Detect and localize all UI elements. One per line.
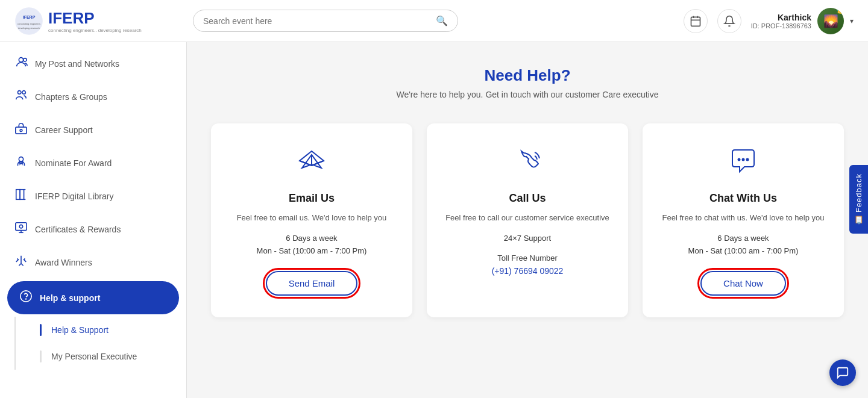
chat-card-icon <box>728 145 759 182</box>
feedback-label: Feedback <box>854 173 863 212</box>
logo-sub: connecting engineers.. developing resear… <box>48 28 142 33</box>
sidebar-item-label-library: IFERP Digital Library <box>35 191 113 201</box>
call-card-phone: (+91) 76694 09022 <box>492 266 564 276</box>
logo-area: IFERP connecting engineers developing re… <box>14 7 183 36</box>
main-content: Need Help? We're here to help you. Get i… <box>187 42 868 398</box>
svg-rect-12 <box>16 127 27 134</box>
chevron-down-icon[interactable]: ▾ <box>850 17 854 25</box>
sidebar-item-label-my-post: My Post and Networks <box>35 59 119 69</box>
chat-card-meta1: 6 Days a week <box>717 234 769 243</box>
sidebar-item-label-help-support: Help & support <box>40 293 100 303</box>
sidebar-item-library[interactable]: IFERP Digital Library <box>0 179 186 213</box>
svg-point-14 <box>19 157 23 161</box>
svg-point-8 <box>19 58 23 62</box>
sidebar-sub-label-exec: My Personal Executive <box>51 352 137 361</box>
chat-card: Chat With Us Feel free to chat with us. … <box>643 123 844 317</box>
svg-point-21 <box>20 291 31 302</box>
nominate-icon <box>14 155 28 171</box>
certificates-icon <box>14 221 28 237</box>
crown-icon: 👑 <box>836 8 844 14</box>
svg-point-27 <box>738 158 741 161</box>
my-post-icon <box>14 55 28 72</box>
chat-card-meta2: Mon - Sat (10:00 am - 7:00 Pm) <box>688 246 799 255</box>
library-icon <box>14 188 28 204</box>
email-card-title: Email Us <box>289 192 335 205</box>
search-input[interactable] <box>203 16 436 26</box>
help-support-icon <box>19 290 33 306</box>
sidebar-item-label-career: Career Support <box>35 125 93 135</box>
svg-point-0 <box>16 8 42 34</box>
svg-point-29 <box>746 158 749 161</box>
sub-bar-indicator <box>40 324 42 336</box>
svg-text:connecting engineers: connecting engineers <box>17 22 40 25</box>
sidebar-item-certificates[interactable]: Certificates & Rewards <box>0 213 186 246</box>
sidebar-item-chapters[interactable]: Chapters & Groups <box>0 80 186 113</box>
feedback-tab[interactable]: 📋 Feedback <box>849 164 868 233</box>
svg-point-28 <box>742 158 745 161</box>
header-icons: Karthick ID: PROF-13896763 🌄 👑 ▾ <box>684 8 854 34</box>
email-card-meta1: 6 Days a week <box>286 234 337 243</box>
email-card: Email Us Feel free to email us. We'd lov… <box>211 123 412 317</box>
email-card-meta2: Mon - Sat (10:00 am - 7:00 Pm) <box>257 246 367 255</box>
layout: My Post and Networks Chapters & Groups C… <box>0 42 868 398</box>
svg-point-10 <box>18 91 22 95</box>
logo-icon: IFERP connecting engineers developing re… <box>14 7 43 36</box>
svg-point-22 <box>26 299 27 299</box>
chapters-icon <box>14 89 28 105</box>
sidebar-item-career[interactable]: Career Support <box>0 113 186 146</box>
sidebar-item-my-post[interactable]: My Post and Networks <box>0 47 186 80</box>
svg-point-9 <box>24 58 27 62</box>
svg-text:developing research: developing research <box>18 26 40 30</box>
cards-row: Email Us Feel free to email us. We'd lov… <box>211 123 844 317</box>
page-title: Need Help? <box>211 66 844 85</box>
user-id: ID: PROF-13896763 <box>751 22 811 30</box>
sidebar-item-award-winners[interactable]: Award Winners <box>0 246 186 279</box>
user-info[interactable]: Karthick ID: PROF-13896763 🌄 👑 ▾ <box>751 8 854 34</box>
email-card-icon <box>296 145 327 182</box>
call-card-title: Call Us <box>509 192 546 205</box>
logo-text: IFERP <box>48 9 142 28</box>
avatar: 🌄 👑 <box>817 8 844 34</box>
career-icon <box>14 122 28 138</box>
sidebar: My Post and Networks Chapters & Groups C… <box>0 42 187 398</box>
call-card-meta1: 24×7 Support <box>504 234 551 243</box>
page-subtitle: We're here to help you. Get in touch wit… <box>211 90 844 99</box>
feedback-icon: 📋 <box>854 215 863 225</box>
sidebar-item-label-award-winners: Award Winners <box>35 258 92 267</box>
svg-point-11 <box>22 91 26 95</box>
notification-icon-btn[interactable] <box>717 9 741 33</box>
sidebar-item-help-support[interactable]: Help & support <box>7 281 179 314</box>
sidebar-item-nominate[interactable]: Nominate For Award <box>0 146 186 179</box>
svg-point-13 <box>20 129 22 132</box>
search-icon: 🔍 <box>436 15 448 26</box>
sidebar-sub-help-support[interactable]: Help & Support <box>14 317 186 343</box>
chat-bubble-btn[interactable] <box>829 359 856 386</box>
sidebar-sub-personal-exec[interactable]: My Personal Executive <box>14 343 186 370</box>
user-name: Karthick <box>751 13 811 22</box>
calendar-icon-btn[interactable] <box>684 9 708 33</box>
email-card-desc: Feel free to email us. We'd love to help… <box>237 212 387 224</box>
sidebar-item-label-certificates: Certificates & Rewards <box>35 225 121 234</box>
sidebar-item-label-chapters: Chapters & Groups <box>35 92 107 102</box>
svg-text:IFERP: IFERP <box>23 15 36 19</box>
svg-rect-15 <box>16 190 20 200</box>
svg-rect-4 <box>691 17 700 26</box>
chat-now-button[interactable]: Chat Now <box>700 271 786 296</box>
svg-rect-16 <box>20 190 24 200</box>
chat-card-title: Chat With Us <box>709 192 777 205</box>
call-card-toll-free: Toll Free Number <box>497 253 558 263</box>
sidebar-item-label-nominate: Nominate For Award <box>35 158 112 168</box>
call-card-icon <box>512 145 543 182</box>
sub-bar-inactive <box>40 350 42 362</box>
sidebar-sub-label-help: Help & Support <box>51 325 108 335</box>
search-bar[interactable]: 🔍 <box>193 10 458 32</box>
chat-card-desc: Feel free to chat with us. We'd love to … <box>662 212 825 224</box>
award-icon <box>14 254 28 270</box>
header: IFERP connecting engineers developing re… <box>0 0 868 42</box>
svg-point-20 <box>19 225 23 228</box>
call-card: Call Us Feel free to call our customer s… <box>427 123 628 317</box>
svg-rect-19 <box>16 223 27 231</box>
send-email-button[interactable]: Send Email <box>266 271 358 296</box>
call-card-desc: Feel free to call our customer service e… <box>445 212 609 224</box>
